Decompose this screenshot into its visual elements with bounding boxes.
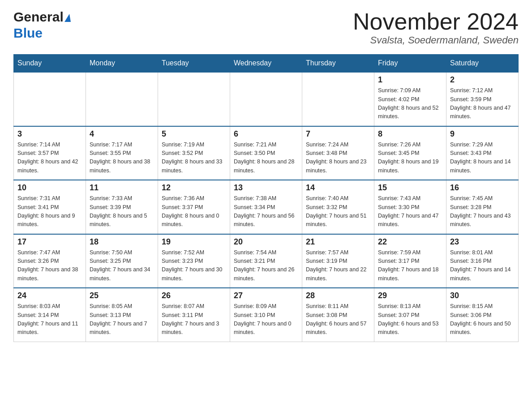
day-info: Sunrise: 7:21 AMSunset: 3:50 PMDaylight:… bbox=[234, 141, 298, 176]
day-number: 13 bbox=[234, 183, 298, 193]
day-info: Sunrise: 7:12 AMSunset: 3:59 PMDaylight:… bbox=[450, 86, 515, 121]
day-number: 26 bbox=[162, 291, 226, 300]
day-info: Sunrise: 7:29 AMSunset: 3:43 PMDaylight:… bbox=[450, 141, 515, 176]
calendar-cell: 17Sunrise: 7:47 AMSunset: 3:26 PMDayligh… bbox=[14, 234, 86, 288]
logo: General Blue bbox=[13, 9, 71, 41]
calendar-cell: 11Sunrise: 7:33 AMSunset: 3:39 PMDayligh… bbox=[86, 180, 158, 234]
logo-general-text: General bbox=[13, 9, 64, 24]
calendar-cell: 10Sunrise: 7:31 AMSunset: 3:41 PMDayligh… bbox=[14, 180, 86, 234]
calendar-cell: 19Sunrise: 7:52 AMSunset: 3:23 PMDayligh… bbox=[158, 234, 230, 288]
day-info: Sunrise: 7:26 AMSunset: 3:45 PMDaylight:… bbox=[378, 141, 442, 176]
day-info: Sunrise: 7:40 AMSunset: 3:32 PMDaylight:… bbox=[306, 194, 370, 229]
calendar-cell bbox=[14, 72, 86, 126]
calendar-cell: 21Sunrise: 7:57 AMSunset: 3:19 PMDayligh… bbox=[302, 234, 374, 288]
day-number: 17 bbox=[17, 237, 82, 247]
header-saturday: Saturday bbox=[446, 55, 519, 73]
day-number: 19 bbox=[162, 237, 226, 247]
calendar-cell: 27Sunrise: 8:09 AMSunset: 3:10 PMDayligh… bbox=[230, 288, 302, 342]
month-title: November 2024 bbox=[353, 9, 519, 34]
calendar-cell bbox=[86, 72, 158, 126]
calendar-cell: 16Sunrise: 7:45 AMSunset: 3:28 PMDayligh… bbox=[446, 180, 519, 234]
calendar-cell: 13Sunrise: 7:38 AMSunset: 3:34 PMDayligh… bbox=[230, 180, 302, 234]
calendar-cell: 20Sunrise: 7:54 AMSunset: 3:21 PMDayligh… bbox=[230, 234, 302, 288]
day-number: 27 bbox=[234, 291, 298, 300]
calendar-cell: 15Sunrise: 7:43 AMSunset: 3:30 PMDayligh… bbox=[374, 180, 446, 234]
calendar-cell: 22Sunrise: 7:59 AMSunset: 3:17 PMDayligh… bbox=[374, 234, 446, 288]
day-number: 9 bbox=[450, 129, 515, 139]
header-wednesday: Wednesday bbox=[230, 55, 302, 73]
week-row-4: 17Sunrise: 7:47 AMSunset: 3:26 PMDayligh… bbox=[14, 234, 519, 288]
day-number: 6 bbox=[234, 129, 298, 139]
calendar-cell: 9Sunrise: 7:29 AMSunset: 3:43 PMDaylight… bbox=[446, 126, 519, 180]
calendar-cell: 2Sunrise: 7:12 AMSunset: 3:59 PMDaylight… bbox=[446, 72, 519, 126]
day-number: 3 bbox=[17, 129, 82, 139]
day-number: 22 bbox=[378, 237, 442, 247]
day-number: 21 bbox=[306, 237, 370, 247]
day-info: Sunrise: 7:38 AMSunset: 3:34 PMDaylight:… bbox=[234, 194, 298, 229]
day-number: 11 bbox=[90, 183, 154, 193]
calendar-cell: 14Sunrise: 7:40 AMSunset: 3:32 PMDayligh… bbox=[302, 180, 374, 234]
day-number: 5 bbox=[162, 129, 226, 139]
header-friday: Friday bbox=[374, 55, 446, 73]
day-info: Sunrise: 7:19 AMSunset: 3:52 PMDaylight:… bbox=[162, 141, 226, 176]
day-number: 18 bbox=[90, 237, 154, 247]
day-number: 29 bbox=[378, 291, 442, 300]
day-info: Sunrise: 8:01 AMSunset: 3:16 PMDaylight:… bbox=[450, 248, 515, 283]
day-number: 7 bbox=[306, 129, 370, 139]
day-info: Sunrise: 7:52 AMSunset: 3:23 PMDaylight:… bbox=[162, 248, 226, 283]
calendar-cell: 23Sunrise: 8:01 AMSunset: 3:16 PMDayligh… bbox=[446, 234, 519, 288]
calendar-cell: 3Sunrise: 7:14 AMSunset: 3:57 PMDaylight… bbox=[14, 126, 86, 180]
title-block: November 2024 Svalsta, Soedermanland, Sw… bbox=[353, 9, 519, 46]
day-info: Sunrise: 8:15 AMSunset: 3:06 PMDaylight:… bbox=[450, 302, 515, 337]
day-number: 23 bbox=[450, 237, 515, 247]
day-info: Sunrise: 8:13 AMSunset: 3:07 PMDaylight:… bbox=[378, 302, 442, 337]
calendar-table: Sunday Monday Tuesday Wednesday Thursday… bbox=[13, 54, 519, 342]
day-info: Sunrise: 7:09 AMSunset: 4:02 PMDaylight:… bbox=[378, 86, 442, 121]
calendar-cell: 25Sunrise: 8:05 AMSunset: 3:13 PMDayligh… bbox=[86, 288, 158, 342]
calendar-cell: 30Sunrise: 8:15 AMSunset: 3:06 PMDayligh… bbox=[446, 288, 519, 342]
calendar-cell: 28Sunrise: 8:11 AMSunset: 3:08 PMDayligh… bbox=[302, 288, 374, 342]
day-number: 15 bbox=[378, 183, 442, 193]
day-info: Sunrise: 7:45 AMSunset: 3:28 PMDaylight:… bbox=[450, 194, 515, 229]
calendar-cell: 8Sunrise: 7:26 AMSunset: 3:45 PMDaylight… bbox=[374, 126, 446, 180]
day-info: Sunrise: 8:03 AMSunset: 3:14 PMDaylight:… bbox=[17, 302, 82, 337]
day-number: 25 bbox=[90, 291, 154, 300]
day-info: Sunrise: 7:47 AMSunset: 3:26 PMDaylight:… bbox=[17, 248, 82, 283]
day-info: Sunrise: 7:33 AMSunset: 3:39 PMDaylight:… bbox=[90, 194, 154, 229]
day-number: 28 bbox=[306, 291, 370, 300]
day-info: Sunrise: 8:05 AMSunset: 3:13 PMDaylight:… bbox=[90, 302, 154, 337]
calendar-cell: 6Sunrise: 7:21 AMSunset: 3:50 PMDaylight… bbox=[230, 126, 302, 180]
day-number: 16 bbox=[450, 183, 515, 193]
calendar-cell: 24Sunrise: 8:03 AMSunset: 3:14 PMDayligh… bbox=[14, 288, 86, 342]
day-number: 14 bbox=[306, 183, 370, 193]
logo-blue-text: Blue bbox=[13, 26, 43, 40]
day-number: 20 bbox=[234, 237, 298, 247]
day-info: Sunrise: 7:17 AMSunset: 3:55 PMDaylight:… bbox=[90, 141, 154, 176]
day-number: 8 bbox=[378, 129, 442, 139]
day-info: Sunrise: 7:54 AMSunset: 3:21 PMDaylight:… bbox=[234, 248, 298, 283]
calendar-cell: 5Sunrise: 7:19 AMSunset: 3:52 PMDaylight… bbox=[158, 126, 230, 180]
day-number: 24 bbox=[17, 291, 82, 300]
day-info: Sunrise: 7:24 AMSunset: 3:48 PMDaylight:… bbox=[306, 141, 370, 176]
calendar-cell: 1Sunrise: 7:09 AMSunset: 4:02 PMDaylight… bbox=[374, 72, 446, 126]
day-number: 2 bbox=[450, 75, 515, 85]
day-info: Sunrise: 7:43 AMSunset: 3:30 PMDaylight:… bbox=[378, 194, 442, 229]
calendar-cell bbox=[230, 72, 302, 126]
day-info: Sunrise: 8:11 AMSunset: 3:08 PMDaylight:… bbox=[306, 302, 370, 337]
calendar-cell: 7Sunrise: 7:24 AMSunset: 3:48 PMDaylight… bbox=[302, 126, 374, 180]
calendar-cell bbox=[158, 72, 230, 126]
logo-triangle-icon bbox=[64, 14, 71, 22]
week-row-1: 1Sunrise: 7:09 AMSunset: 4:02 PMDaylight… bbox=[14, 72, 519, 126]
day-info: Sunrise: 7:59 AMSunset: 3:17 PMDaylight:… bbox=[378, 248, 442, 283]
calendar-cell: 29Sunrise: 8:13 AMSunset: 3:07 PMDayligh… bbox=[374, 288, 446, 342]
day-number: 12 bbox=[162, 183, 226, 193]
day-info: Sunrise: 7:57 AMSunset: 3:19 PMDaylight:… bbox=[306, 248, 370, 283]
weekday-header-row: Sunday Monday Tuesday Wednesday Thursday… bbox=[14, 55, 519, 73]
calendar-cell: 18Sunrise: 7:50 AMSunset: 3:25 PMDayligh… bbox=[86, 234, 158, 288]
day-info: Sunrise: 7:31 AMSunset: 3:41 PMDaylight:… bbox=[17, 194, 82, 229]
header-monday: Monday bbox=[86, 55, 158, 73]
week-row-3: 10Sunrise: 7:31 AMSunset: 3:41 PMDayligh… bbox=[14, 180, 519, 234]
calendar-cell bbox=[302, 72, 374, 126]
header-thursday: Thursday bbox=[302, 55, 374, 73]
calendar-cell: 12Sunrise: 7:36 AMSunset: 3:37 PMDayligh… bbox=[158, 180, 230, 234]
